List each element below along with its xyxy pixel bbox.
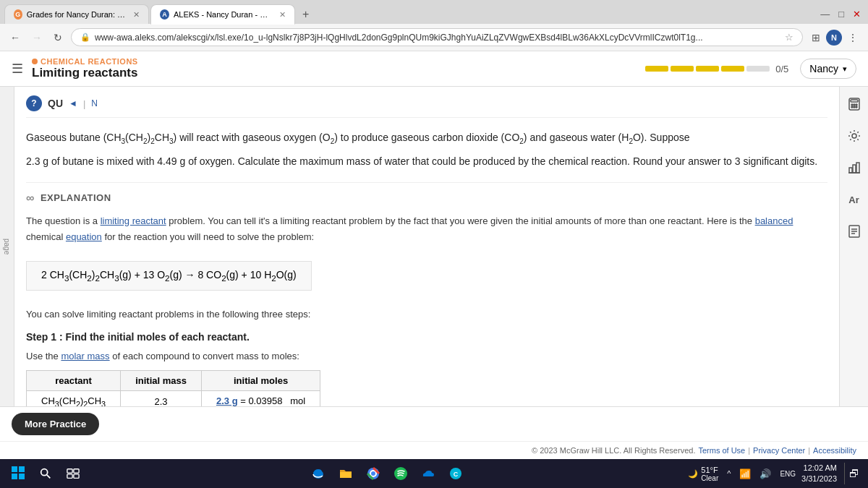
more-practice-button[interactable]: More Practice	[12, 413, 99, 435]
tab-title-grades: Grades for Nancy Duran: CHE 10	[27, 10, 126, 19]
aleks-header: ☰ CHEMICAL REACTIONS Limiting reactants …	[0, 51, 868, 87]
explanation-header: ∞ EXPLANATION	[26, 192, 827, 205]
question-nav-prev[interactable]: ◄	[69, 98, 77, 108]
clock-date: 3/31/2023	[801, 474, 837, 484]
chevron-down-icon: ▾	[843, 64, 847, 74]
footer-sep-1: |	[748, 446, 750, 455]
progress-label: 0/5	[775, 64, 788, 74]
molar-mass-link[interactable]: molar mass	[61, 351, 109, 361]
svg-rect-10	[853, 165, 856, 173]
question-badge: ?	[26, 95, 42, 111]
extensions-icon[interactable]: ⊞	[809, 30, 823, 46]
tab-grades[interactable]: G Grades for Nancy Duran: CHE 10 ✕	[4, 4, 149, 24]
clock-time: 12:02 AM	[801, 463, 837, 474]
terms-of-use-link[interactable]: Terms of Use	[698, 446, 745, 455]
reactants-table: reactant initial mass initial moles CH3(…	[26, 370, 320, 406]
privacy-center-link[interactable]: Privacy Center	[753, 446, 805, 455]
taskbar: C 🌙 51°F Clear ^ 📶 🔊 ENG 12:02 AM 3/31/2…	[0, 459, 868, 488]
show-desktop-button[interactable]: 🗗	[844, 463, 862, 484]
svg-rect-26	[74, 474, 79, 478]
new-tab-button[interactable]: +	[297, 5, 315, 24]
back-button[interactable]: ←	[7, 30, 23, 45]
svg-rect-19	[12, 474, 17, 479]
hamburger-menu[interactable]: ☰	[12, 61, 23, 77]
network-icon[interactable]: 📶	[736, 467, 754, 481]
svg-point-6	[854, 106, 855, 108]
taskbar-file-explorer[interactable]	[333, 461, 358, 486]
question-nav-next[interactable]: N	[91, 98, 98, 108]
browser-menu-icon[interactable]: ⋮	[845, 30, 861, 46]
user-menu-button[interactable]: Nancy ▾	[800, 59, 856, 79]
tab-aleks[interactable]: A ALEKS - Nancy Duran - Learn ✕	[150, 4, 295, 25]
svg-rect-1	[851, 100, 858, 102]
forward-button[interactable]: →	[29, 30, 45, 45]
calculator-tool[interactable]	[843, 93, 866, 116]
taskbar-edge[interactable]	[306, 461, 331, 486]
settings-tool[interactable]	[843, 124, 866, 147]
equation-link[interactable]: equation	[66, 231, 102, 242]
svg-rect-9	[849, 168, 852, 173]
maximize-button[interactable]: □	[835, 7, 847, 21]
tray-up-icon[interactable]: ^	[724, 468, 733, 479]
taskbar-clock[interactable]: 12:02 AM 3/31/2023	[801, 463, 837, 485]
bookmark-icon[interactable]: ☆	[785, 32, 793, 43]
table-cell-mass: 2.3	[121, 390, 202, 406]
tab-title-aleks: ALEKS - Nancy Duran - Learn	[174, 10, 272, 19]
weather-desc: Clear	[701, 474, 718, 482]
accessibility-link[interactable]: Accessibility	[813, 446, 856, 455]
weather-icon: 🌙	[688, 469, 698, 479]
question-text: Gaseous butane (CH3(CH2)2CH3) will react…	[26, 129, 827, 147]
start-button[interactable]	[6, 463, 30, 484]
nav-bar: ← → ↻ 🔒 www-awa.aleks.com/alekscgi/x/lsl…	[0, 24, 868, 51]
page-title: Limiting reactants	[32, 66, 138, 80]
explanation-section: ∞ EXPLANATION The question is a limiting…	[26, 182, 827, 406]
svg-point-30	[371, 471, 375, 476]
taskbar-taskview[interactable]	[61, 461, 85, 486]
chart-tool[interactable]	[843, 156, 866, 179]
svg-point-8	[852, 134, 856, 138]
taskbar-copilot[interactable]: C	[443, 461, 468, 486]
tab-close-aleks[interactable]: ✕	[279, 10, 286, 20]
tab-icon-grades: G	[14, 9, 22, 20]
weather-area[interactable]: 🌙 51°F Clear	[688, 466, 718, 482]
step1-header: Step 1 : Find the initial moles of each …	[26, 331, 827, 343]
profile-avatar[interactable]: N	[826, 30, 842, 46]
minimize-button[interactable]: —	[817, 7, 833, 21]
progress-seg-2	[671, 66, 694, 72]
url-bar[interactable]: 🔒 www-awa.aleks.com/alekscgi/x/lsl.exe/1…	[71, 28, 803, 46]
svg-point-21	[41, 469, 48, 476]
reference-tool[interactable]	[843, 220, 866, 243]
svg-rect-24	[74, 469, 79, 473]
main-content: ? QU ◄ | N Gaseous butane (CH3(CH2)2CH3)…	[14, 87, 839, 406]
table-header-initial-moles: initial moles	[201, 370, 320, 390]
table-row: CH3(CH2)2CH3 2.3 2.3 g = 0.03958 mol	[27, 390, 320, 406]
taskbar-search[interactable]	[33, 461, 58, 486]
svg-rect-25	[67, 474, 72, 478]
progress-seg-3	[696, 66, 719, 72]
taskbar-chrome[interactable]	[361, 461, 386, 486]
close-window-button[interactable]: ✕	[850, 7, 864, 21]
svg-rect-23	[67, 469, 72, 473]
side-panel-tab[interactable]: page	[0, 87, 14, 406]
taskbar-keyboard[interactable]: ENG	[780, 470, 796, 478]
svg-text:C: C	[453, 471, 458, 478]
question-header: ? QU ◄ | N	[26, 87, 827, 118]
balanced-link: balanced	[755, 215, 793, 226]
volume-icon[interactable]: 🔊	[757, 467, 774, 481]
window-controls: — □ ✕	[817, 7, 864, 24]
footer-sep-2: |	[808, 446, 810, 455]
taskbar-spotify[interactable]	[388, 461, 413, 486]
aleks-footer: © 2023 McGraw Hill LLC. All Rights Reser…	[0, 441, 868, 459]
progress-area: 0/5	[645, 64, 788, 74]
explanation-label: EXPLANATION	[41, 192, 111, 203]
limiting-reactant-link[interactable]: limiting reactant	[101, 215, 166, 226]
progress-seg-4	[721, 66, 744, 72]
periodic-table-tool[interactable]: Ar	[843, 188, 866, 211]
taskbar-onedrive[interactable]	[416, 461, 441, 486]
svg-rect-20	[19, 474, 25, 479]
tab-close-grades[interactable]: ✕	[133, 10, 140, 20]
reload-button[interactable]: ↻	[51, 30, 65, 45]
header-right: 0/5 Nancy ▾	[645, 59, 856, 79]
svg-point-2	[851, 104, 853, 106]
progress-bar	[645, 66, 770, 72]
